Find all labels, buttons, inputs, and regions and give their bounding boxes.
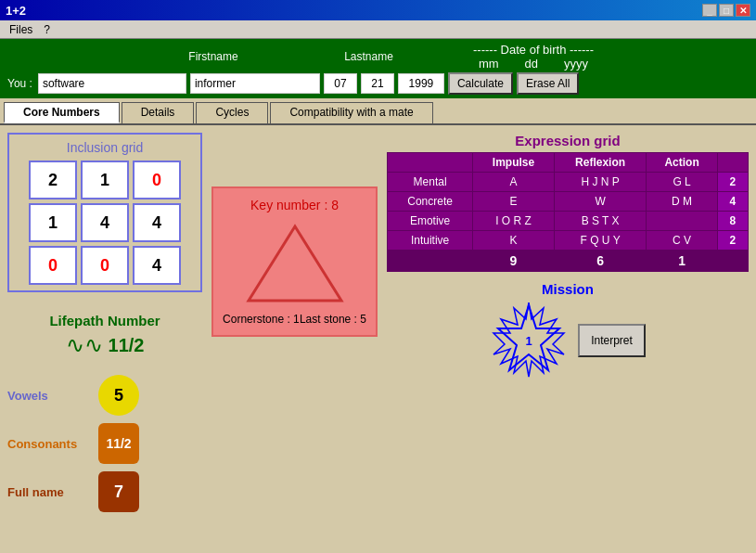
maximize-button[interactable]: □ [719,4,734,17]
dob-dd-input[interactable] [361,73,394,94]
main-content: Inclusion grid 2 1 0 1 4 4 0 0 4 Lifepat… [0,125,756,527]
expr-row-emotive-reflexion: B S T X [554,212,647,231]
expr-row-emotive-action [647,212,717,231]
expr-row-concrete-reflexion: W [554,192,647,212]
grid-cell-7: 0 [81,246,129,285]
expr-row-intuitive-impulse: K [473,231,555,251]
key-number-box: Key number : 8 Cornerstone : 1 Last ston… [211,186,378,337]
totals-action: 1 [647,251,717,272]
lifepath-wave-icon: ∿∿ [66,332,103,358]
expression-title: Expression grid [387,133,749,148]
title-bar-buttons: _ □ ✕ [702,4,750,17]
number-rows: Vowels 5 Consonants 11/2 Full name 7 [7,375,202,512]
you-label: You : [7,77,32,90]
erase-button[interactable]: Erase All [517,72,579,95]
totals-blank [717,251,748,272]
tab-compatibility[interactable]: Compatibility with a mate [270,102,432,123]
fullname-badge: 7 [98,471,139,512]
menu-bar: Files ? [0,20,756,39]
left-panel: Inclusion grid 2 1 0 1 4 4 0 0 4 Lifepat… [7,133,202,520]
expression-table: Impulse Reflexion Action Mental A H J N … [387,152,749,272]
tabs-row: Core Numbers Details Cycles Compatibilit… [0,98,756,125]
table-row: Concrete E W D M 4 [388,192,749,212]
table-row: Mental A H J N P G L 2 [388,173,749,192]
minimize-button[interactable]: _ [702,4,717,17]
svg-marker-0 [249,226,341,301]
firstname-label: Firstname [130,50,297,63]
header-inputs: You : Calculate Erase All [7,72,749,95]
calculate-button[interactable]: Calculate [448,72,513,95]
expr-row-concrete-label: Concrete [388,192,473,212]
expr-row-emotive-impulse: I O R Z [473,212,555,231]
inclusion-grid-section: Inclusion grid 2 1 0 1 4 4 0 0 4 [7,133,202,292]
header-labels: Firstname Lastname ------ Date of birth … [7,43,749,71]
lastname-label: Lastname [297,50,441,63]
firstname-input[interactable] [38,73,186,94]
lifepath-number: 11/2 [109,335,145,356]
expr-row-intuitive-label: Intuitive [388,231,473,251]
expr-col-reflexion: Reflexion [554,153,647,173]
consonants-label: Consonants [7,437,91,451]
triangle-container [223,222,366,305]
expr-col-action: Action [647,153,717,173]
title-bar: 1+2 _ □ ✕ [0,0,756,20]
table-row: Emotive I O R Z B S T X 8 [388,212,749,231]
tab-details[interactable]: Details [122,102,195,123]
lastname-input[interactable] [190,73,320,94]
vowels-badge: 5 [98,375,139,416]
expr-col-impulse: Impulse [473,153,555,173]
menu-help[interactable]: ? [38,21,56,38]
vowels-label: Vowels [7,389,91,403]
totals-empty [388,251,473,272]
expr-row-mental-label: Mental [388,173,473,192]
expr-row-concrete-number: 4 [717,192,748,212]
last-stone-label: Last stone : 5 [300,313,366,326]
vowels-row: Vowels 5 [7,375,202,416]
lifepath-label: Lifepath Number [17,313,193,328]
table-row: Intuitive K F Q U Y C V 2 [388,231,749,251]
dob-label: ------ Date of birth ------ mm dd yyyy [441,43,626,71]
grid-cell-5: 4 [133,203,181,242]
header-section: Firstname Lastname ------ Date of birth … [0,39,756,98]
totals-impulse: 9 [473,251,555,272]
fullname-row: Full name 7 [7,471,202,512]
mission-star-icon: 1 [490,301,569,379]
fullname-label: Full name [7,485,91,499]
expr-row-intuitive-number: 2 [717,231,748,251]
close-button[interactable]: ✕ [736,4,750,17]
key-number-label: Key number : 8 [223,198,366,212]
tab-core-numbers[interactable]: Core Numbers [4,102,120,123]
cornerstone-row: Cornerstone : 1 Last stone : 5 [223,313,366,326]
dob-yyyy-input[interactable] [398,73,444,94]
grid-cell-1: 1 [81,161,129,199]
consonants-row: Consonants 11/2 [7,423,202,464]
grid-cell-4: 4 [81,203,129,242]
totals-row: 9 6 1 [388,251,749,272]
expr-row-mental-number: 2 [717,173,748,192]
expr-col-number [717,153,748,173]
inclusion-grid: 2 1 0 1 4 4 0 0 4 [15,161,195,285]
mission-section: Mission 1 Interpret [387,281,749,379]
cornerstone-label: Cornerstone : 1 [223,313,300,326]
title-text: 1+2 [6,4,26,18]
expr-row-mental-impulse: A [473,173,555,192]
dob-mm-input[interactable] [324,73,357,94]
lifepath-section: Lifepath Number ∿∿ 11/2 [7,303,202,367]
interpret-button[interactable]: Interpret [578,324,646,357]
expr-row-emotive-number: 8 [717,212,748,231]
expr-col-empty [388,153,473,173]
expr-row-emotive-label: Emotive [388,212,473,231]
inclusion-grid-title: Inclusion grid [15,140,195,155]
grid-cell-2: 0 [133,161,181,199]
triangle-icon [239,222,351,305]
grid-cell-3: 1 [29,203,77,242]
grid-cell-0: 2 [29,161,77,199]
totals-reflexion: 6 [554,251,647,272]
expr-row-concrete-action: D M [647,192,717,212]
tab-cycles[interactable]: Cycles [196,102,268,123]
mission-container: Mission 1 Interpret [490,281,646,379]
menu-files[interactable]: Files [4,21,38,38]
grid-cell-8: 4 [133,246,181,285]
grid-cell-6: 0 [29,246,77,285]
expr-row-intuitive-action: C V [647,231,717,251]
